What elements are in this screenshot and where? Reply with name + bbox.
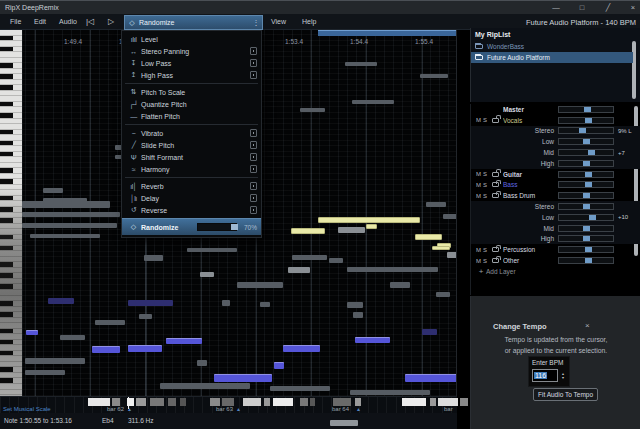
mixer-slider-handle[interactable] [583,236,590,241]
solo-button[interactable]: S [483,171,490,177]
ghost-note[interactable] [420,74,448,78]
mute-button[interactable]: M [476,171,483,177]
vocal-note[interactable] [291,228,325,234]
randomize-slider[interactable] [197,223,237,231]
bpm-input[interactable]: 116 [532,369,558,382]
ghost-note[interactable] [139,314,152,319]
ghost-note[interactable] [22,223,117,228]
ghost-note[interactable] [43,188,63,193]
mixer-slider-handle[interactable] [585,118,592,123]
ghost-note[interactable] [338,227,365,233]
close-icon[interactable]: × [626,1,640,14]
ghost-note[interactable] [347,302,363,308]
ghost-note[interactable] [260,302,270,307]
mixer-slider-handle[interactable] [585,247,592,252]
bass-note-dim[interactable] [422,329,437,335]
ghost-note[interactable] [300,108,325,112]
ghost-note[interactable] [352,100,394,104]
lock-icon[interactable] [492,118,499,123]
bass-note[interactable] [26,330,38,335]
piano-keyboard[interactable] [0,30,22,396]
dialog-close-icon[interactable]: × [585,321,590,330]
mixer-slider-handle[interactable] [583,193,590,198]
bar-ruler[interactable]: Set Musical Scale bar 62▲bar 63▲bar 64▲b… [0,396,457,413]
mixer-slider[interactable] [558,203,614,210]
randomize-dropdown[interactable]: ◇ Randomize ⋮ [124,15,263,30]
ghost-note[interactable] [288,267,310,273]
options-box-icon[interactable] [250,71,257,79]
skip-to-start-icon[interactable]: |◁ [86,14,94,30]
ghost-note[interactable] [347,267,438,272]
play-icon[interactable]: ▷ [108,14,114,30]
menu-item-harmony[interactable]: ≈Harmony [122,163,261,175]
menu-edit[interactable]: Edit [31,14,49,30]
lock-icon[interactable] [492,193,499,198]
mute-button[interactable]: M [476,182,483,188]
menu-item-shift-formant[interactable]: ΨShift Formant [122,151,261,163]
menu-item-reverb[interactable]: ıl│Reverb [122,180,261,192]
ghost-note[interactable] [270,386,330,391]
vocal-note[interactable] [366,224,377,229]
ghost-note[interactable] [237,282,283,288]
ghost-note[interactable] [197,360,207,366]
solo-button[interactable]: S [483,182,490,188]
ghost-note[interactable] [222,300,230,306]
bass-note[interactable] [274,362,284,369]
mixer-slider-handle[interactable] [583,161,590,166]
menu-item-stereo-panning[interactable]: ↔Stereo Panning [122,45,261,57]
menu-view[interactable]: View [268,14,289,30]
options-box-icon[interactable] [250,59,257,67]
ghost-note[interactable] [292,255,327,260]
randomize-slider-row[interactable]: ◇Randomize70% [122,218,261,235]
ghost-note[interactable] [426,202,446,207]
menu-item-delay[interactable]: │lıDelay [122,192,261,204]
riplist-item-wonderbass[interactable]: WonderBass [471,41,633,52]
mixer-slider-handle[interactable] [585,182,592,187]
mixer-slider-handle[interactable] [583,139,590,144]
minimize-icon[interactable]: — [549,1,563,14]
solo-button[interactable]: S [483,193,490,199]
bass-note-dim[interactable] [48,298,74,304]
mixer-slider-handle[interactable] [584,107,591,112]
mixer-slider[interactable] [558,235,614,242]
mixer-row-bass[interactable]: MSBass [471,180,640,191]
mute-button[interactable]: M [476,193,483,199]
bass-note-dim[interactable] [128,300,173,306]
ghost-note[interactable] [447,252,457,258]
ghost-note[interactable] [30,234,100,238]
spinner-down-icon[interactable]: ▾ [562,376,564,380]
options-box-icon[interactable] [250,194,257,202]
ghost-note[interactable] [436,292,450,297]
bass-note[interactable] [128,345,162,352]
edit-window-icon[interactable]: ╱ [601,1,615,14]
options-box-icon[interactable] [250,153,257,161]
ghost-note[interactable] [443,214,457,219]
timeline-selection[interactable] [318,30,457,36]
menu-item-quantize-pitch[interactable]: ┌┘Quantize Pitch [122,98,261,110]
mixer-slider[interactable] [558,225,614,232]
lock-icon[interactable] [492,172,499,177]
bass-note[interactable] [283,345,320,352]
mixer-row-other[interactable]: MSOther [471,255,640,266]
menu-item-reverse[interactable]: ↺Reverse [122,204,261,216]
ghost-note[interactable] [187,248,237,252]
solo-button[interactable]: S [483,117,490,123]
ghost-note[interactable] [95,320,125,325]
mixer-slider[interactable] [558,160,614,167]
menu-item-vibrato[interactable]: ~Vibrato [122,127,261,139]
mixer-slider[interactable] [558,181,614,188]
lock-icon[interactable] [492,258,499,263]
lock-icon[interactable] [492,247,499,252]
mute-button[interactable]: M [476,258,483,264]
ghost-note[interactable] [22,201,110,208]
mixer-row-bass-drum[interactable]: MSBass Drum [471,190,640,201]
bass-note[interactable] [214,374,272,382]
ghost-note[interactable] [345,62,377,66]
mixer-slider[interactable] [558,192,614,199]
mixer-slider[interactable] [558,138,614,145]
solo-button[interactable]: S [483,247,490,253]
mixer-row-guitar[interactable]: MSGuitar [471,169,640,180]
menu-help[interactable]: Help [299,14,319,30]
vocal-note[interactable] [318,217,420,223]
tempo-marker-icon[interactable]: ▲ [356,406,361,412]
